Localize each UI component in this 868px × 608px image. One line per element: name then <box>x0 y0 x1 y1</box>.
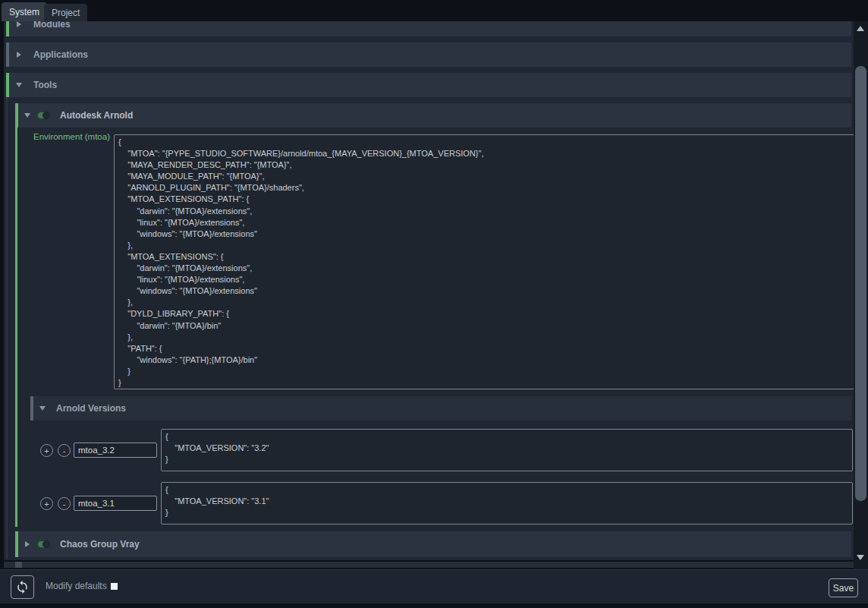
section-header-arnold-versions[interactable]: Arnold Versions <box>30 396 851 421</box>
add-version-button[interactable]: + <box>40 497 53 510</box>
horizontal-scrollbar-thumb[interactable] <box>15 562 22 568</box>
chevron-down-icon <box>16 83 22 87</box>
save-button[interactable]: Save <box>829 578 858 597</box>
toggle-knob <box>42 112 50 119</box>
environment-mtoa-label: Environment (mtoa) <box>17 132 110 141</box>
vray-enabled-toggle[interactable] <box>37 540 50 548</box>
arnold-enabled-toggle[interactable] <box>37 112 50 119</box>
refresh-button[interactable] <box>11 575 34 599</box>
section-header-applications[interactable]: Applications <box>6 43 851 67</box>
arnold-section-body-border <box>15 128 17 527</box>
section-label: Chaos Group Vray <box>60 539 140 550</box>
section-label: Tools <box>33 80 57 90</box>
section-header-chaos-group-vray[interactable]: Chaos Group Vray <box>15 531 851 557</box>
add-version-button[interactable]: + <box>40 444 53 457</box>
environment-mtoa-textarea[interactable]: { "MTOA": "{PYPE_STUDIO_SOFTWARE}/arnold… <box>114 134 854 389</box>
refresh-icon <box>15 580 30 594</box>
section-header-tools[interactable]: Tools <box>6 73 851 97</box>
modify-defaults-label: Modify defaults <box>46 581 107 591</box>
remove-version-button[interactable]: - <box>58 444 71 457</box>
section-label: Modules <box>33 21 71 30</box>
horizontal-scrollbar[interactable] <box>4 562 854 568</box>
chevron-right-icon <box>17 21 21 27</box>
section-header-autodesk-arnold[interactable]: Autodesk Arnold <box>15 103 851 128</box>
version-json-textarea[interactable]: { "MTOA_VERSION": "3.2" } <box>161 429 853 471</box>
toggle-knob <box>42 540 50 548</box>
tab-system[interactable]: System <box>2 2 47 21</box>
chevron-down-icon <box>24 113 30 118</box>
chevron-right-icon <box>17 52 21 58</box>
vertical-scrollbar[interactable] <box>854 21 868 569</box>
chevron-right-icon <box>25 541 30 547</box>
modify-defaults-checkbox[interactable] <box>111 583 118 590</box>
tab-bar: System Project <box>0 0 868 21</box>
settings-window: System Project Modules Applications Tool… <box>0 0 868 608</box>
tools-section-body-border <box>6 97 8 559</box>
chevron-down-icon <box>39 406 46 411</box>
version-name-input[interactable] <box>74 443 157 458</box>
scroll-down-arrow-icon[interactable] <box>857 555 864 560</box>
version-name-input[interactable] <box>74 496 157 511</box>
remove-version-button[interactable]: - <box>58 497 71 510</box>
scroll-up-arrow-icon[interactable] <box>857 26 864 31</box>
tab-project[interactable]: Project <box>44 4 87 21</box>
footer-bar: Modify defaults Save <box>0 569 868 603</box>
version-json-textarea[interactable]: { "MTOA_VERSION": "3.1" } <box>161 482 853 525</box>
section-header-modules[interactable]: Modules <box>6 21 851 36</box>
section-label: Autodesk Arnold <box>60 110 133 121</box>
section-label: Arnold Versions <box>56 403 126 414</box>
vertical-scrollbar-thumb[interactable] <box>855 66 866 501</box>
section-label: Applications <box>33 49 88 60</box>
settings-scroll-area: Modules Applications Tools Autodesk Arno… <box>4 21 854 560</box>
